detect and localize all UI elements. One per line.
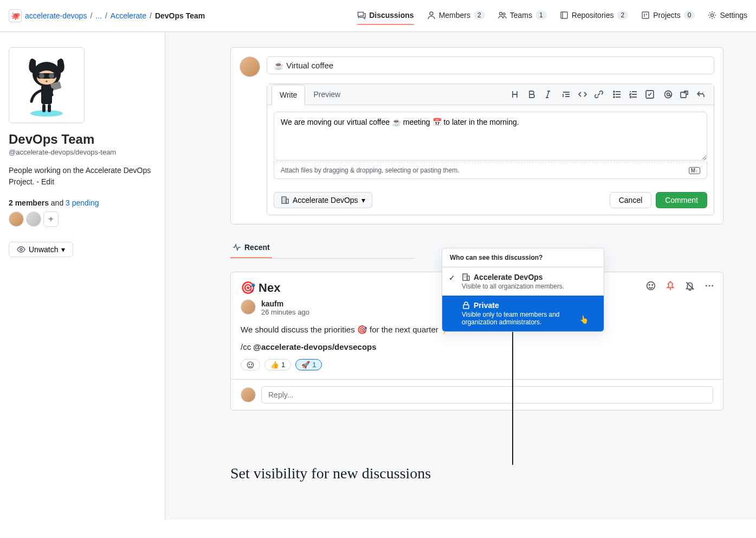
write-tab[interactable]: Write xyxy=(272,85,305,105)
team-title: DevOps Team xyxy=(9,132,156,147)
member-avatar[interactable] xyxy=(9,212,24,227)
cc-mention[interactable]: @accelerate-devops/devsecops xyxy=(253,342,376,351)
members-summary: 2 members and 3 pending xyxy=(9,198,156,207)
post-cc: /cc @accelerate-devops/devsecops xyxy=(241,342,713,351)
breadcrumb-org[interactable]: accelerate-devops xyxy=(25,11,87,20)
svg-point-22 xyxy=(665,91,672,98)
tab-count: 2 xyxy=(617,11,628,20)
svg-point-6 xyxy=(30,110,63,117)
tab-repositories[interactable]: Repositories 2 xyxy=(560,7,629,25)
tab-label: Repositories xyxy=(572,11,614,20)
comment-discussion-icon xyxy=(357,11,366,20)
tab-label: Projects xyxy=(653,11,681,20)
tab-label: Discussions xyxy=(369,11,413,20)
tab-count: 1 xyxy=(535,11,547,20)
attach-hint[interactable]: Attach files by dragging & dropping, sel… xyxy=(281,166,460,174)
tab-projects[interactable]: Projects 0 xyxy=(641,7,695,25)
smiley-icon[interactable] xyxy=(646,281,656,291)
markdown-icon[interactable]: M↓ xyxy=(689,167,700,174)
svg-rect-4 xyxy=(642,12,649,18)
breadcrumb-current: DevOps Team xyxy=(155,11,205,20)
visibility-option-private[interactable]: Private Visible only to team members and… xyxy=(442,296,604,331)
kebab-icon[interactable] xyxy=(705,281,714,291)
svg-point-28 xyxy=(649,285,650,286)
organization-icon xyxy=(462,273,470,281)
unwatch-button[interactable]: Unwatch ▾ xyxy=(9,242,73,257)
svg-point-2 xyxy=(503,13,505,15)
organization-icon xyxy=(281,196,289,204)
octocat-icon xyxy=(20,53,74,118)
pulse-icon xyxy=(232,243,241,252)
discussion-title-input[interactable] xyxy=(267,56,714,74)
tab-discussions[interactable]: Discussions xyxy=(357,7,413,25)
svg-rect-37 xyxy=(467,276,469,280)
italic-icon[interactable] xyxy=(544,90,552,99)
caret-down-icon: ▾ xyxy=(361,196,365,204)
number-list-icon[interactable] xyxy=(629,90,638,99)
bold-icon[interactable] xyxy=(527,90,536,99)
org-icon: 🐙 xyxy=(9,9,22,22)
smiley-icon xyxy=(247,361,254,369)
code-icon[interactable] xyxy=(578,90,587,99)
heading-icon[interactable] xyxy=(511,90,520,99)
tab-members[interactable]: Members 2 xyxy=(427,7,485,25)
pending-link[interactable]: 3 pending xyxy=(66,198,99,207)
svg-point-35 xyxy=(251,364,252,364)
reply-input[interactable] xyxy=(261,386,713,404)
team-description: People working on the Accelerate DevOps … xyxy=(9,165,156,188)
svg-rect-15 xyxy=(48,104,51,112)
member-avatar[interactable] xyxy=(26,212,41,227)
reaction-thumbsup[interactable]: 👍1 xyxy=(264,359,291,370)
repo-icon xyxy=(560,11,568,20)
comment-button[interactable]: Comment xyxy=(656,192,707,208)
reply-avatar xyxy=(241,387,256,402)
project-icon xyxy=(641,11,650,20)
mention-icon[interactable] xyxy=(664,90,673,99)
reply-icon[interactable] xyxy=(696,90,705,99)
visibility-label: Accelerate DevOps xyxy=(293,196,358,204)
cross-reference-icon[interactable] xyxy=(680,90,689,99)
quote-icon[interactable] xyxy=(562,90,571,99)
eye-icon xyxy=(17,245,25,254)
tab-settings[interactable]: Settings xyxy=(708,7,747,25)
post-author-avatar[interactable] xyxy=(241,299,256,315)
svg-point-19 xyxy=(613,94,615,95)
svg-point-18 xyxy=(613,91,615,92)
team-avatar xyxy=(9,47,85,123)
discussion-body-input[interactable]: We are moving our virtual coffee ☕ meeti… xyxy=(274,112,707,161)
bell-slash-icon[interactable] xyxy=(685,281,695,291)
cursor-icon: 👆 xyxy=(579,315,589,324)
breadcrumb-parent[interactable]: Accelerate xyxy=(111,11,146,20)
add-reaction-button[interactable] xyxy=(241,359,260,370)
svg-rect-36 xyxy=(463,274,467,280)
breadcrumb-ellipsis[interactable]: ... xyxy=(95,11,102,20)
visibility-button[interactable]: Accelerate DevOps ▾ xyxy=(274,192,372,208)
tasklist-icon[interactable] xyxy=(645,90,654,99)
cancel-button[interactable]: Cancel xyxy=(610,192,652,208)
post-time: 26 minutes ago xyxy=(261,308,309,316)
breadcrumb: 🐙 accelerate-devops / ... / Accelerate /… xyxy=(9,9,205,22)
tab-teams[interactable]: Teams 1 xyxy=(498,7,547,25)
svg-point-12 xyxy=(46,81,48,82)
breadcrumb-sep: / xyxy=(90,11,92,20)
caret-down-icon: ▾ xyxy=(61,245,65,254)
gear-icon xyxy=(708,11,716,20)
dropdown-header: Who can see this discussion? xyxy=(442,248,604,267)
tab-count: 2 xyxy=(474,11,485,20)
svg-point-17 xyxy=(20,248,22,251)
svg-point-5 xyxy=(711,14,714,17)
svg-point-34 xyxy=(249,364,249,364)
preview-tab[interactable]: Preview xyxy=(305,84,348,105)
svg-point-30 xyxy=(706,285,707,287)
pin-icon[interactable] xyxy=(665,281,675,291)
post-author[interactable]: kaufm xyxy=(261,299,309,308)
lock-icon xyxy=(462,301,470,310)
bullet-list-icon[interactable] xyxy=(613,90,622,99)
link-icon[interactable] xyxy=(595,90,603,99)
subtab-recent[interactable]: Recent xyxy=(230,238,272,258)
tab-label: Settings xyxy=(720,11,747,20)
reaction-rocket[interactable]: 🚀1 xyxy=(295,359,322,370)
add-member-button[interactable]: + xyxy=(43,212,59,227)
visibility-option-org[interactable]: Accelerate DevOps Visible to all organiz… xyxy=(442,267,604,296)
tab-label: Members xyxy=(439,11,470,20)
